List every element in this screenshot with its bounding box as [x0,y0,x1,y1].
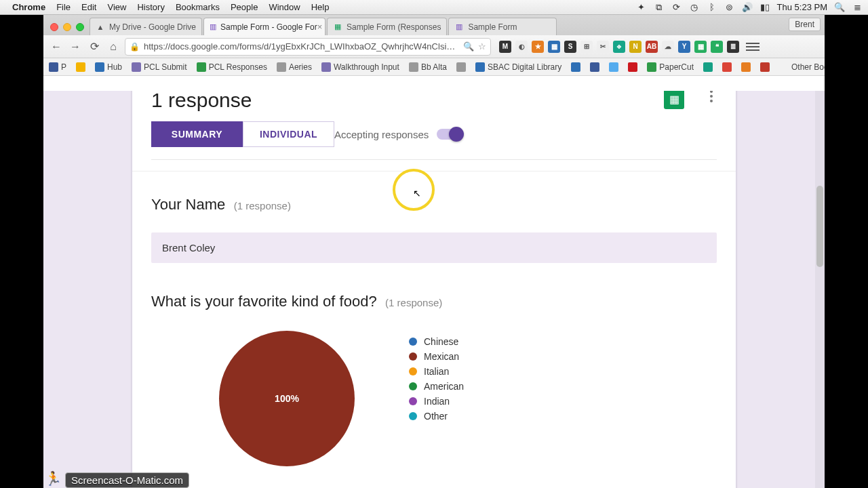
menu-edit[interactable]: Edit [81,2,96,12]
other-bookmarks[interactable]: Other Bookmarks [789,62,825,72]
dropbox-icon[interactable]: ⧉ [654,2,665,13]
bookmark-item[interactable] [590,62,599,72]
menu-window[interactable]: Window [269,2,300,12]
bookmark-pcl-responses[interactable]: PCL Responses [197,62,267,72]
bookmark-item[interactable] [722,62,732,72]
menu-clock[interactable]: Thu 5:23 PM [777,2,827,12]
legend-label: Mexican [424,351,459,362]
bookmark-hub[interactable]: Hub [95,62,122,72]
bookmark-item[interactable] [760,62,770,72]
bookmark-sbac[interactable]: SBAC Digital Library [475,62,561,72]
clock-icon[interactable]: ◷ [689,2,700,13]
vertical-scrollbar[interactable] [815,91,825,488]
browser-tab-live-form[interactable]: ▥ Sample Form [448,18,557,35]
minimize-window-icon[interactable] [63,23,71,31]
forward-button[interactable]: → [68,39,83,54]
responses-menu-icon[interactable] [710,91,713,102]
bookmark-item[interactable] [703,62,713,72]
browser-tab-form-editor[interactable]: ▥ Sample Form - Google For × [203,18,326,35]
window-controls[interactable] [46,23,90,35]
back-button[interactable]: ← [49,39,64,54]
bookmark-item[interactable] [571,62,580,72]
scrollbar-thumb[interactable] [816,186,823,267]
bookmark-label: SBAC Digital Library [488,62,561,72]
bookmark-item[interactable] [741,62,751,72]
legend-label: American [424,381,464,392]
bluetooth-icon[interactable]: ᛒ [707,2,717,13]
evernote-icon[interactable]: ✦ [636,2,647,13]
legend-swatch-icon [409,397,417,405]
bookmark-pcl-submit[interactable]: PCL Submit [132,62,187,72]
menu-people[interactable]: People [231,2,258,12]
question-title: Your Name [151,196,225,213]
bookmark-walkthrough[interactable]: Walkthrough Input [321,62,399,72]
tab-close-icon[interactable]: × [317,22,323,32]
ext-hangouts-icon[interactable]: ❝ [711,41,723,53]
profile-badge[interactable]: Brent [789,18,821,31]
tab-individual[interactable]: INDIVIDUAL [243,121,334,147]
volume-icon[interactable]: 🔊 [742,2,753,13]
menu-bookmarks[interactable]: Bookmarks [176,2,220,12]
menu-help[interactable]: Help [311,2,330,12]
legend-label: Indian [424,396,450,407]
bookmark-bb-alta[interactable]: Bb Alta [409,62,447,72]
bookmark-label: Aeries [289,62,312,72]
menu-view[interactable]: View [107,2,126,12]
ext-icon[interactable]: ≣ [727,41,739,53]
menu-history[interactable]: History [137,2,164,12]
chrome-menu-icon[interactable] [746,43,760,51]
legend-label: Chinese [424,336,458,347]
close-window-icon[interactable] [50,23,58,31]
battery-icon[interactable]: ▮▯ [760,2,770,13]
ext-icon[interactable]: ▦ [548,41,560,53]
ext-icon[interactable]: ✂ [597,41,609,53]
bookmark-item[interactable] [628,62,637,72]
bookmark-item[interactable]: P [49,62,66,72]
bookmark-item[interactable] [609,62,618,72]
tab-summary[interactable]: SUMMARY [151,121,243,147]
menu-file[interactable]: File [56,2,71,12]
legend-swatch-icon [409,338,417,346]
bookmark-papercut[interactable]: PaperCut [647,62,694,72]
spotlight-icon[interactable]: 🔍 [834,2,845,13]
ext-adblock-icon[interactable]: AB [646,41,658,53]
search-in-omnibox-icon[interactable]: 🔍 [463,41,474,52]
accepting-responses-label: Accepting responses [334,129,429,140]
ext-icon[interactable]: Y [678,41,690,53]
menu-list-icon[interactable]: ≣ [852,2,863,13]
wifi-icon[interactable]: ⊚ [724,2,735,13]
menu-app-name[interactable]: Chrome [12,2,45,12]
ext-icon[interactable]: S [564,41,576,53]
bookmark-label: PCL Responses [209,62,267,72]
legend-swatch-icon [409,412,417,420]
sync-icon[interactable]: ⟳ [671,2,682,13]
legend-swatch-icon [409,352,417,361]
ext-icon[interactable]: N [629,41,642,53]
tab-strip: ▲ My Drive - Google Drive ▥ Sample Form … [43,15,825,35]
ext-icon[interactable]: ◐ [515,41,528,53]
bookmark-aeries[interactable]: Aeries [277,62,312,72]
fullscreen-window-icon[interactable] [76,23,84,31]
ext-icon[interactable]: M [499,41,511,53]
forms-favicon-icon: ▥ [210,22,216,32]
star-icon[interactable]: ☆ [478,41,486,52]
ext-icon[interactable]: ☁ [662,41,674,53]
ext-icon[interactable]: ⎆ [613,41,625,53]
address-bar[interactable]: 🔒 https://docs.google.com/forms/d/1ygEbx… [125,38,491,56]
ext-icon[interactable]: ⊞ [580,41,593,53]
bookmark-item[interactable] [76,62,85,72]
pie-slice-label: 100% [275,393,299,404]
reload-button[interactable]: ⟳ [87,39,102,54]
tab-label: My Drive - Google Drive [109,22,196,32]
browser-tab-responses-sheet[interactable]: ▦ Sample Form (Responses [327,18,447,35]
question-title: What is your favorite kind of food? [151,293,377,310]
text-response-row: Brent Coley [151,232,717,263]
home-button[interactable]: ⌂ [106,39,121,54]
screencast-watermark: 🏃 Screencast-O-Matic.com [43,469,189,488]
view-in-sheets-button[interactable]: ▦ [664,91,684,109]
accepting-responses-toggle[interactable] [437,129,462,140]
bookmark-item[interactable] [456,62,466,72]
ext-icon[interactable]: ★ [532,41,544,53]
ext-icon[interactable]: ▦ [694,41,707,53]
browser-tab-drive[interactable]: ▲ My Drive - Google Drive [90,18,202,35]
